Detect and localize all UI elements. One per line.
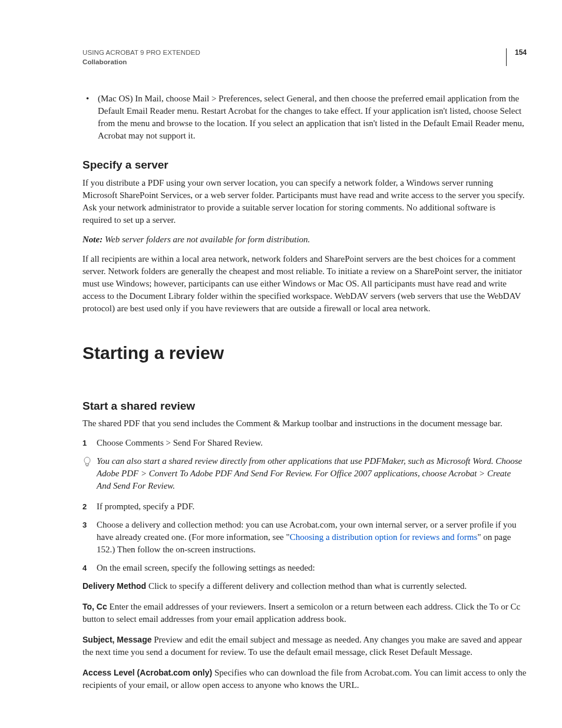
step-body: Choose a delivery and collection method:… — [97, 519, 527, 556]
steps-list: 1 Choose Comments > Send For Shared Revi… — [82, 437, 527, 449]
step-body: Choose Comments > Send For Shared Review… — [97, 437, 527, 449]
xref-link-distribution-option[interactable]: Choosing a distribution option for revie… — [290, 532, 478, 542]
section-label: Collaboration — [82, 58, 200, 67]
def-term: Access Level (Acrobat.com only) — [82, 668, 212, 677]
bullet-dot-icon: • — [82, 93, 98, 142]
svg-point-0 — [84, 457, 90, 464]
heading-shared-review: Start a shared review — [82, 398, 527, 414]
body-content: • (Mac OS) In Mail, choose Mail > Prefer… — [82, 93, 527, 691]
header-left: USING ACROBAT 9 PRO EXTENDED Collaborati… — [82, 48, 200, 67]
def-delivery-method: Delivery Method Click to specify a diffe… — [82, 580, 527, 592]
step-2: 2 If prompted, specify a PDF. — [82, 500, 527, 513]
note-text: Web server folders are not available for… — [103, 235, 310, 244]
step-body: If prompted, specify a PDF. — [97, 500, 527, 513]
heading-starting-review: Starting a review — [82, 341, 527, 365]
note-label: Note: — [82, 235, 103, 244]
bullet-item-macos: • (Mac OS) In Mail, choose Mail > Prefer… — [82, 93, 527, 142]
def-access-level: Access Level (Acrobat.com only) Specifie… — [82, 667, 527, 691]
bullet-text: (Mac OS) In Mail, choose Mail > Preferen… — [98, 93, 527, 142]
specify-server-para2: If all recipients are within a local are… — [82, 253, 527, 315]
page-header: USING ACROBAT 9 PRO EXTENDED Collaborati… — [82, 48, 527, 67]
lightbulb-icon — [82, 455, 97, 492]
step-number: 4 — [82, 562, 97, 574]
page-number: 154 — [506, 48, 527, 66]
def-term: Subject, Message — [82, 635, 152, 644]
def-term: To, Cc — [82, 602, 107, 611]
shared-review-intro: The shared PDF that you send includes th… — [82, 417, 527, 430]
def-body: Click to specify a different delivery an… — [146, 581, 467, 591]
step-3: 3 Choose a delivery and collection metho… — [82, 519, 527, 556]
def-to-cc: To, Cc Enter the email addresses of your… — [82, 601, 527, 625]
note-web-server: Note: Web server folders are not availab… — [82, 233, 527, 246]
tip-callout: You can also start a shared review direc… — [82, 455, 527, 492]
def-body: Enter the email addresses of your review… — [82, 602, 520, 624]
tip-text: You can also start a shared review direc… — [97, 455, 527, 492]
step-number: 2 — [82, 500, 97, 513]
steps-list-cont: 2 If prompted, specify a PDF. 3 Choose a… — [82, 500, 527, 574]
def-term: Delivery Method — [82, 581, 146, 591]
doc-title: USING ACROBAT 9 PRO EXTENDED — [82, 48, 200, 58]
heading-specify-server: Specify a server — [82, 157, 527, 173]
step-number: 3 — [82, 519, 97, 556]
def-subject-message: Subject, Message Preview and edit the em… — [82, 634, 527, 658]
step-1: 1 Choose Comments > Send For Shared Revi… — [82, 437, 527, 449]
step-number: 1 — [82, 437, 97, 449]
specify-server-para1: If you distribute a PDF using your own s… — [82, 177, 527, 226]
page: USING ACROBAT 9 PRO EXTENDED Collaborati… — [0, 0, 562, 728]
step-4: 4 On the email screen, specify the follo… — [82, 562, 527, 574]
step-body: On the email screen, specify the followi… — [97, 562, 527, 574]
